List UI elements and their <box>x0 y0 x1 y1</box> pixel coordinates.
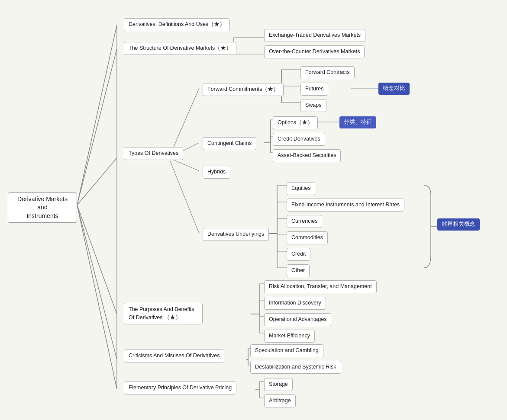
asset-backed-node: Asset-Backed Securities <box>273 149 341 162</box>
other-node: Other <box>287 264 310 277</box>
forward-commitments-node: Forward Commitments（★） <box>203 83 284 96</box>
exchange-traded-node: Exchange-Traded Derivatives Markets <box>264 29 365 42</box>
info-discovery-node: Information Discovery <box>264 297 326 310</box>
credit-node: Credit <box>287 248 310 261</box>
svg-line-3 <box>77 205 117 314</box>
market-efficiency-node: Market Efficiency <box>264 330 315 343</box>
svg-line-2 <box>77 158 117 205</box>
svg-line-1 <box>77 48 117 205</box>
badge-classify-node[interactable]: 分类、特征 <box>339 116 376 128</box>
derivatives-underlyings-node: Derivatives Underlyings <box>203 228 269 241</box>
elementary-node: Elementary Principles Of Derivative Pric… <box>124 382 236 394</box>
root-node: Derivative Markets and Instruments <box>8 192 77 223</box>
forward-contracts-node: Forward Contracts <box>300 66 355 79</box>
criticisms-node: Criticisms And Misuses Of Derivatives <box>124 349 224 362</box>
storage-node: Storage <box>264 378 293 391</box>
options-node: Options（★） <box>273 116 318 129</box>
speculation-node: Speculation and Gambling <box>250 344 323 357</box>
futures-node: Futures <box>300 83 328 96</box>
commodities-node: Commodities <box>287 231 328 244</box>
purposes-node: The Purposes And Benefits Of Derivatives… <box>124 303 203 324</box>
svg-line-10 <box>169 158 199 171</box>
svg-line-11 <box>169 158 199 234</box>
types-node: Types Of Derivatives <box>124 147 183 160</box>
badge-concept-node[interactable]: 概念对比 <box>378 83 410 95</box>
otc-node: Over-the-Counter Derivatives Markets <box>264 45 365 58</box>
svg-line-0 <box>77 25 117 205</box>
equities-node: Equities <box>287 182 315 195</box>
currencies-node: Currencies <box>287 215 322 228</box>
mindmap-canvas: Derivative Markets and Instruments Deriv… <box>0 0 507 420</box>
derivatives-def-node: Derivatives: Definitions And Uses（★） <box>124 18 230 31</box>
risk-allocation-node: Risk Allocation, Transfer, and Managemen… <box>264 280 377 293</box>
credit-derivatives-node: Credit Derivatives <box>273 133 325 146</box>
swaps-node: Swaps <box>300 99 326 112</box>
svg-line-4 <box>77 205 117 359</box>
operational-adv-node: Operational Advantages <box>264 313 331 326</box>
badge-explain-node[interactable]: 解释相关概念 <box>437 218 480 231</box>
arbitrage-node: Arbitrage <box>264 394 296 407</box>
hybrids-node: Hybrids <box>203 166 230 179</box>
destabilization-node: Destabilization and Systemic Risk <box>250 361 341 374</box>
fixed-income-node: Fixed-Income Instruments and Interest Ra… <box>287 199 404 212</box>
contingent-claims-node: Contingent Claims <box>203 137 256 150</box>
structure-node: The Structure Of Derivative Markets（★） <box>124 42 236 55</box>
svg-line-5 <box>77 205 117 389</box>
